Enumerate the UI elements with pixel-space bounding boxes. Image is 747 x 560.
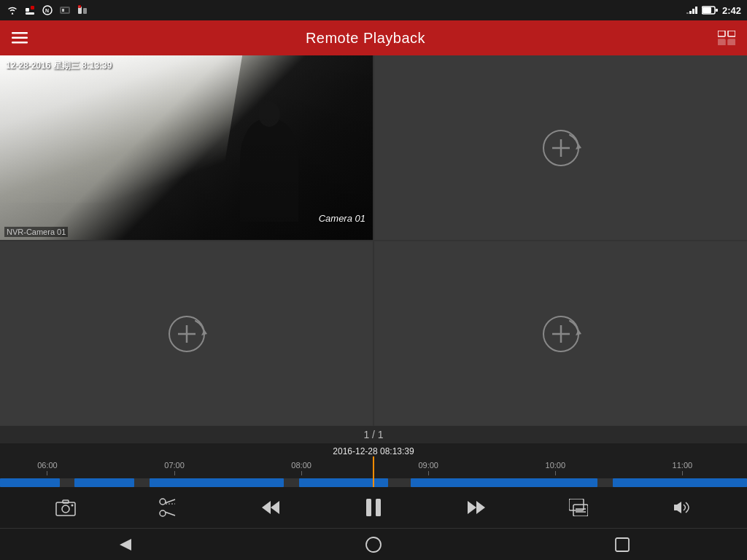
svg-rect-19 (716, 9, 718, 12)
svg-marker-48 (271, 501, 279, 514)
nav-bar (0, 528, 747, 560)
battery-icon (702, 6, 718, 15)
svg-line-46 (165, 512, 175, 516)
app-bar: Remote Playback (0, 20, 747, 55)
svg-text:!: ! (79, 5, 80, 9)
screenshot-button[interactable] (50, 491, 82, 524)
svg-point-42 (71, 505, 74, 507)
video-cell-empty-2[interactable] (374, 55, 747, 240)
add-camera-icon-3[interactable] (165, 312, 209, 356)
camera-timestamp: 12-28-2016 星期三 8:13:39 (6, 60, 112, 72)
home-button[interactable] (352, 532, 395, 558)
svg-rect-18 (703, 7, 711, 13)
notification-icon1 (23, 4, 36, 17)
svg-marker-52 (468, 501, 476, 514)
clip-button[interactable] (152, 491, 185, 524)
svg-rect-26 (728, 39, 735, 45)
app-icon2: ! (76, 4, 89, 17)
notification-icon2: N (41, 4, 54, 17)
tick-0900: 09:00 (418, 461, 438, 475)
svg-marker-16 (686, 12, 689, 14)
volume-button[interactable] (665, 491, 697, 524)
svg-marker-38 (576, 330, 581, 335)
svg-rect-24 (728, 31, 735, 36)
status-icons-right: 2:42 (686, 5, 741, 16)
status-bar: N ! (0, 0, 747, 20)
svg-rect-61 (616, 538, 629, 551)
time-display: 2:42 (722, 5, 741, 16)
back-button[interactable] (103, 532, 147, 558)
svg-text:N: N (45, 8, 49, 13)
signal-icon (686, 5, 697, 15)
svg-rect-1 (26, 8, 29, 12)
svg-point-0 (12, 13, 13, 15)
svg-marker-34 (201, 330, 207, 335)
svg-marker-58 (674, 502, 681, 513)
nvr-label: NVR-Camera 01 (4, 227, 68, 237)
timeline-segment-5 (411, 478, 597, 487)
page-title: Remote Playback (13, 30, 718, 47)
timeline-segment-6 (613, 478, 747, 487)
tick-0700: 07:00 (164, 461, 185, 475)
tick-1100: 11:00 (673, 461, 693, 475)
playlist-button[interactable] (562, 491, 595, 524)
svg-rect-2 (31, 6, 34, 9)
timeline[interactable]: 2016-12-28 08:13:39 06:00 07:00 08:00 09… (0, 443, 747, 487)
tick-0800: 08:00 (291, 461, 311, 475)
playhead[interactable] (373, 456, 374, 487)
app-icon1 (58, 4, 71, 17)
add-camera-icon-4[interactable] (539, 312, 583, 356)
svg-rect-25 (718, 39, 725, 45)
timeline-segment-2 (74, 478, 134, 487)
video-cell-camera01[interactable]: 12-28-2016 星期三 8:13:39 Camera 01 NVR-Cam… (0, 55, 373, 240)
status-icons-left: N ! (6, 4, 89, 17)
camera-footage (0, 55, 373, 240)
svg-point-60 (366, 537, 381, 552)
rewind-button[interactable] (255, 491, 287, 524)
video-cell-empty-3[interactable] (0, 241, 373, 426)
svg-point-40 (62, 505, 69, 513)
svg-rect-51 (376, 499, 381, 516)
timeline-datetime: 2016-12-28 08:13:39 (333, 446, 414, 456)
add-camera-icon-2[interactable] (539, 126, 583, 170)
layout-button[interactable] (718, 31, 735, 45)
svg-line-45 (165, 499, 175, 503)
svg-marker-14 (692, 9, 694, 14)
svg-rect-50 (366, 499, 371, 516)
timeline-segment-1 (0, 478, 60, 487)
svg-point-44 (160, 510, 166, 516)
tick-0600: 06:00 (37, 461, 58, 475)
recents-button[interactable] (600, 532, 644, 558)
svg-marker-59 (120, 539, 131, 551)
camera-label: Camera 01 (319, 213, 365, 224)
page-indicator: 1 / 1 (0, 426, 747, 443)
svg-rect-10 (83, 8, 87, 14)
timeline-segment-4 (299, 478, 389, 487)
svg-marker-13 (695, 7, 697, 14)
svg-marker-49 (262, 501, 271, 514)
svg-rect-3 (26, 12, 34, 15)
svg-rect-23 (718, 31, 725, 36)
video-cell-empty-4[interactable] (374, 241, 747, 426)
svg-rect-8 (62, 9, 64, 12)
video-grid: 12-28-2016 星期三 8:13:39 Camera 01 NVR-Cam… (0, 55, 747, 426)
svg-marker-30 (576, 144, 581, 149)
svg-marker-53 (476, 501, 485, 514)
svg-point-43 (160, 499, 166, 505)
pause-button[interactable] (357, 491, 390, 524)
svg-rect-41 (63, 500, 69, 503)
controls-bar (0, 487, 747, 528)
svg-marker-15 (689, 11, 692, 14)
fast-forward-button[interactable] (460, 491, 492, 524)
wifi-icon (6, 4, 19, 17)
timeline-segment-3 (150, 478, 284, 487)
tick-1000: 10:00 (546, 461, 566, 475)
